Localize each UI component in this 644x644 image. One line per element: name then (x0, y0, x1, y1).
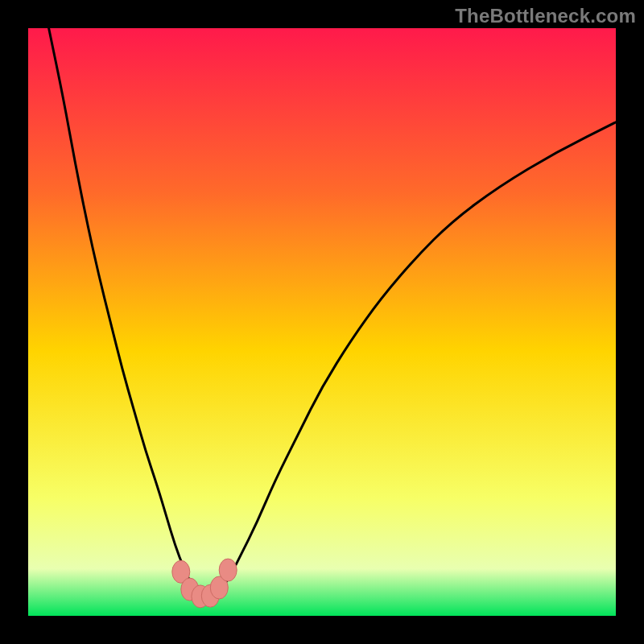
chart-frame: TheBottleneck.com (0, 0, 644, 644)
gradient-background (28, 28, 616, 616)
plot-area (28, 28, 616, 616)
watermark-text: TheBottleneck.com (455, 5, 636, 27)
curve-marker (219, 559, 237, 581)
plot-svg (28, 28, 616, 616)
